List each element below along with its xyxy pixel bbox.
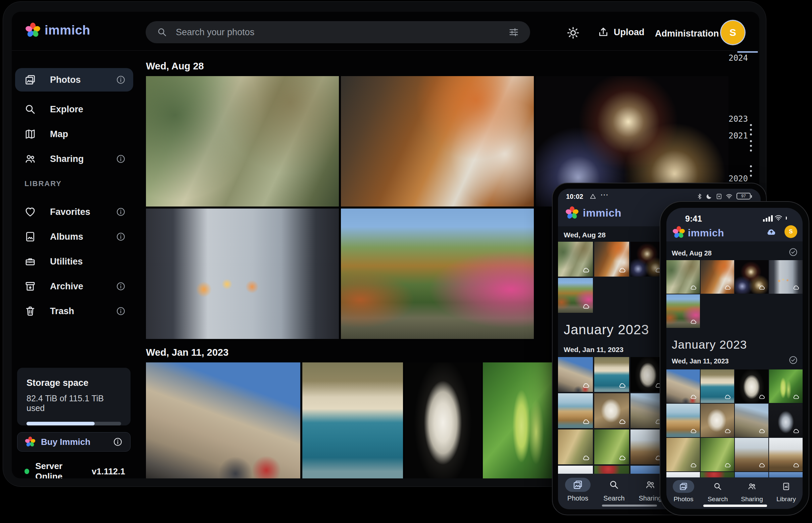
home-indicator (703, 505, 767, 507)
search-bar[interactable] (145, 21, 530, 43)
top-bar: immich Upload Administration S (12, 12, 759, 51)
thumb-partial[interactable] (735, 472, 768, 477)
tablet-nav-photos[interactable]: Photos (559, 478, 596, 502)
thumb-castle-ruin[interactable] (735, 404, 768, 437)
sidebar-item-photos[interactable]: Photos (15, 68, 133, 92)
thumb-fort-by-sea[interactable] (701, 369, 734, 403)
immich-flower-icon (565, 206, 579, 220)
search-input[interactable] (176, 27, 500, 38)
theme-toggle-button[interactable] (567, 26, 580, 39)
cloud-sync-icon (758, 427, 766, 434)
upload-label: Upload (614, 27, 644, 38)
administration-link[interactable]: Administration (655, 29, 719, 39)
timeline-scrubber-indicator[interactable] (737, 51, 758, 53)
buy-immich-button[interactable]: Buy Immich (17, 432, 131, 452)
search-icon (157, 27, 167, 37)
phone-date-header-aug28: Wed, Aug 28 (672, 249, 712, 257)
upload-button[interactable]: Upload (598, 26, 644, 38)
sidebar-item-sharing[interactable]: Sharing (15, 147, 133, 170)
timeline-tick (750, 175, 752, 177)
info-icon[interactable] (113, 437, 123, 447)
thumb-winter-church[interactable] (735, 438, 768, 471)
sidebar-item-utilities[interactable]: Utilities (15, 250, 133, 273)
cloud-sync-icon (618, 417, 626, 426)
thumb-stone-bust[interactable] (701, 404, 734, 437)
storage-title: Storage space (27, 378, 121, 388)
cloud-sync-icon (724, 461, 731, 469)
timeline-year-2023[interactable]: 2023 (728, 114, 748, 124)
thumb-marble-sculpture[interactable] (735, 369, 768, 403)
thumb-alpine-farm[interactable] (769, 438, 802, 471)
thumb-zoo-monkeys[interactable] (558, 242, 593, 276)
sidebar-item-map[interactable]: Map (15, 122, 133, 146)
info-icon[interactable] (116, 306, 126, 316)
photo-zoo-monkeys[interactable] (146, 76, 339, 206)
thumb-lizard-moss[interactable] (594, 430, 629, 464)
thumb-holding-hands[interactable] (769, 260, 802, 294)
date-header-jan11: Wed, Jan 11, 2023 (146, 347, 228, 358)
thumb-fort-walls[interactable] (558, 357, 593, 392)
thumb-partial[interactable] (769, 472, 802, 477)
thumb-partial[interactable] (594, 466, 629, 474)
phone-nav-library[interactable]: Library (768, 480, 802, 503)
cloud-sync-icon (582, 417, 590, 426)
timeline-year-2020[interactable]: 2020 (728, 174, 748, 183)
info-icon[interactable] (116, 75, 126, 85)
wifi-icon (774, 214, 782, 222)
photo-holding-hands[interactable] (146, 209, 339, 339)
bluetooth-icon (696, 193, 703, 200)
info-icon[interactable] (116, 281, 126, 291)
info-icon[interactable] (116, 232, 126, 242)
select-all-icon[interactable] (789, 355, 798, 365)
thumb-zoo-monkeys[interactable] (667, 260, 700, 294)
tablet-nav-search[interactable]: Search (595, 478, 633, 502)
search-filters-icon[interactable] (509, 27, 519, 37)
phone-bottom-nav: Photos Search Sharing Library (667, 477, 802, 509)
thumb-fort-walls[interactable] (667, 369, 700, 403)
thumb-partial[interactable] (701, 472, 734, 477)
photo-autumn-park[interactable] (341, 209, 534, 339)
select-all-icon[interactable] (789, 248, 798, 257)
thumb-dinner-table[interactable] (701, 260, 734, 294)
info-icon[interactable] (116, 207, 126, 217)
photos-icon (24, 74, 36, 86)
thumb-autumn-park[interactable] (667, 294, 700, 328)
cloud-backup-icon[interactable] (766, 226, 777, 237)
thumb-beach-cliff[interactable] (667, 404, 700, 437)
thumb-stone-bust[interactable] (594, 393, 629, 428)
cloud-sync-icon (582, 266, 590, 274)
photo-fort-walls[interactable] (146, 362, 300, 479)
thumb-fort-by-sea[interactable] (594, 357, 629, 392)
phone-nav-sharing[interactable]: Sharing (733, 480, 771, 503)
user-avatar[interactable]: S (784, 225, 797, 238)
timeline-tick (750, 133, 752, 136)
photo-fort-by-sea[interactable] (302, 362, 403, 479)
thumb-partial[interactable] (667, 472, 700, 477)
user-avatar[interactable]: S (721, 21, 745, 44)
thumb-partial[interactable] (558, 466, 593, 474)
info-icon[interactable] (116, 154, 126, 164)
sidebar-item-explore[interactable]: Explore (15, 97, 133, 121)
timeline-year-2021[interactable]: 2021 (728, 131, 748, 141)
photo-marble-sculpture[interactable] (405, 362, 481, 479)
sharing-icon (24, 153, 36, 165)
thumb-lizard-rock[interactable] (667, 438, 700, 471)
thumb-fireworks[interactable] (735, 260, 768, 294)
thumb-dinner-table[interactable] (594, 242, 629, 276)
utilities-icon (24, 256, 36, 267)
thumb-beach-cliff[interactable] (558, 393, 593, 428)
immich-logo: immich (25, 22, 90, 38)
thumb-lizard-rock[interactable] (558, 430, 593, 464)
thumb-silver-stand[interactable] (769, 404, 802, 437)
phone-nav-photos[interactable]: Photos (667, 480, 702, 503)
timeline-year-2024[interactable]: 2024 (728, 53, 748, 63)
sidebar-item-favorites[interactable]: Favorites (15, 200, 133, 223)
thumb-sea-grapes[interactable] (769, 369, 802, 403)
phone-nav-search[interactable]: Search (699, 480, 736, 503)
sidebar-item-trash[interactable]: Trash (15, 300, 133, 323)
sidebar-item-archive[interactable]: Archive (15, 274, 133, 298)
sidebar-item-albums[interactable]: Albums (15, 225, 133, 249)
thumb-lizard-moss[interactable] (701, 438, 734, 471)
thumb-autumn-park[interactable] (558, 278, 593, 313)
photo-dinner-table[interactable] (341, 76, 534, 206)
